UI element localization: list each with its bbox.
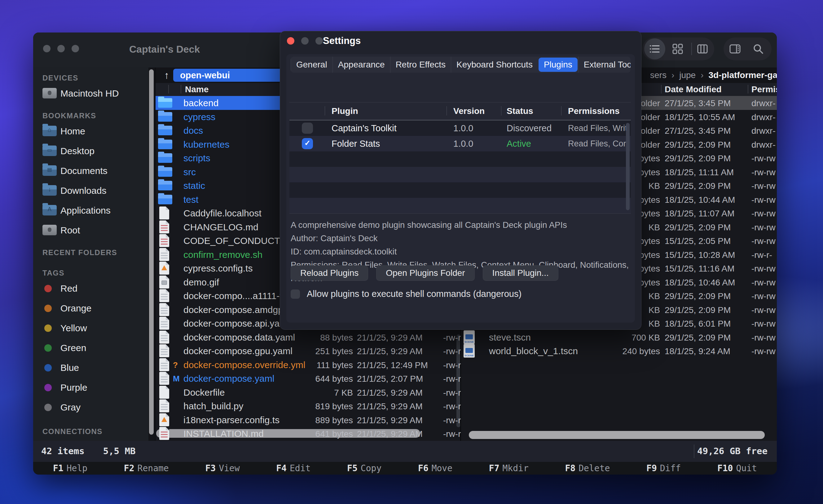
file-icon: [158, 98, 172, 108]
sidebar-item-tag[interactable]: Yellow: [33, 318, 148, 338]
function-key-name: F3: [205, 463, 216, 473]
settings-tab[interactable]: External Tools: [578, 57, 631, 73]
function-key[interactable]: F6Move: [418, 462, 452, 475]
function-key-label: Rename: [138, 463, 169, 473]
sidebar-item-tag[interactable]: Red: [33, 279, 148, 298]
file-permissions: -rw-rw: [752, 223, 776, 233]
file-row[interactable]: M docker-compose.yaml 644 bytes 21/1/25,…: [156, 371, 461, 386]
date-modified-column-header[interactable]: Date Modified: [665, 84, 722, 94]
file-permissions: -rw-r-: [443, 388, 461, 398]
breadcrumb-item[interactable]: 3d-platformer-game: [709, 70, 777, 80]
file-icon: [158, 140, 172, 149]
plugin-name: Folder Stats: [332, 139, 380, 149]
file-name: static: [183, 181, 205, 191]
function-key[interactable]: F7Mkdir: [489, 462, 529, 475]
sidebar-item-tag[interactable]: Blue: [33, 358, 148, 378]
right-pane-horizontal-scrollbar[interactable]: [469, 431, 765, 439]
settings-tab[interactable]: General: [291, 57, 332, 73]
plugin-table-scrollbar[interactable]: [626, 123, 630, 210]
file-icon: [159, 275, 169, 288]
function-key[interactable]: F2Rename: [124, 462, 169, 475]
permissions-column-header[interactable]: Permissions: [568, 106, 620, 116]
zoom-button[interactable]: [71, 45, 79, 52]
plugin-action-button[interactable]: Reload Plugins: [291, 265, 368, 281]
dialog-zoom-button[interactable]: [315, 37, 323, 45]
folder-icon: [42, 205, 57, 216]
dialog-minimize-button[interactable]: [301, 37, 309, 45]
columns-view-icon[interactable]: [697, 43, 708, 54]
breadcrumb-item[interactable]: jupe: [679, 70, 708, 80]
sidebar-scrollbar[interactable]: [149, 69, 154, 435]
function-key[interactable]: F9Diff: [646, 462, 681, 475]
plugin-enabled-checkbox[interactable]: [302, 138, 313, 149]
grid-view-icon[interactable]: [672, 43, 683, 54]
sidebar-item-bookmark[interactable]: Applications: [33, 201, 148, 220]
plugin-row[interactable]: Folder Stats 1.0.0 Active Read Files, Co…: [289, 136, 631, 152]
file-row[interactable]: world_block_v_1.tscn 240 bytes 18/1/25, …: [461, 344, 777, 358]
file-date-modified: 21/1/25, 9:29 AM: [357, 416, 423, 425]
version-column-header[interactable]: Version: [453, 106, 485, 116]
close-button[interactable]: [43, 45, 50, 52]
file-date-modified: 15/1/25, 11:16 AM: [665, 264, 734, 274]
file-icon: [159, 220, 169, 233]
selection-size: 5,5 MB: [103, 446, 136, 456]
settings-tab[interactable]: Retro Effects: [390, 57, 451, 73]
function-key[interactable]: F8Delete: [565, 462, 610, 475]
file-name: CODE_OF_CONDUCT.md: [183, 236, 294, 246]
function-key-name: F10: [717, 463, 733, 473]
sidebar-item-bookmark[interactable]: Desktop: [33, 141, 148, 161]
sidebar-item-bookmark[interactable]: Documents: [33, 161, 148, 181]
function-key[interactable]: F10Quit: [717, 462, 757, 475]
file-row[interactable]: ? docker-compose.override.yml 111 bytes …: [156, 358, 461, 372]
file-row[interactable]: docker-compose.gpu.yaml 251 bytes 21/1/2…: [156, 344, 461, 358]
file-size: 644 bytes: [261, 374, 353, 384]
list-view-icon[interactable]: [649, 43, 660, 54]
plugin-enabled-checkbox[interactable]: [302, 122, 313, 134]
file-date-modified: 18/1/25, 10:46 AM: [665, 278, 735, 288]
function-key[interactable]: F5Copy: [347, 462, 381, 475]
sidebar-item-bookmark[interactable]: Home: [33, 121, 148, 141]
shell-permission-checkbox[interactable]: [291, 289, 300, 299]
sidebar-item-tag[interactable]: Purple: [33, 378, 148, 398]
function-key[interactable]: F4Edit: [276, 462, 311, 475]
settings-tab[interactable]: Appearance: [332, 57, 390, 73]
file-row[interactable]: docker-compose.data.yaml 88 bytes 21/1/2…: [156, 330, 461, 344]
sidebar-item-bookmark[interactable]: Root: [33, 220, 148, 240]
plugin-row[interactable]: Captain's Toolkit 1.0.0 Discovered Read …: [289, 120, 631, 136]
sidebar-item-tag[interactable]: Gray: [33, 398, 148, 417]
status-column-header[interactable]: Status: [507, 106, 533, 116]
file-permissions: -rw-rw: [752, 264, 776, 274]
file-row[interactable]: i18next-parser.config.ts 889 bytes 21/1/…: [156, 413, 461, 427]
settings-tab[interactable]: Plugins: [538, 58, 578, 72]
sidebar-item-device[interactable]: Macintosh HD: [33, 83, 148, 103]
dialog-close-button[interactable]: [287, 37, 294, 45]
file-row[interactable]: steve.tscn 700 KB 29/1/25, 2:09 PM -rw-r…: [461, 330, 777, 344]
tag-label: Red: [60, 283, 77, 294]
function-key-label: Edit: [290, 463, 311, 473]
plugin-action-button[interactable]: Install Plugin...: [483, 265, 558, 281]
minimize-button[interactable]: [57, 45, 65, 52]
sidebar-item-bookmark[interactable]: Downloads: [33, 181, 148, 201]
sidebar-section-connections: CONNECTIONS: [33, 426, 148, 437]
sidebar-item-label: Home: [60, 126, 85, 137]
file-icon: [159, 317, 169, 330]
column-divider: [168, 85, 169, 93]
sidebar-item-tag[interactable]: Orange: [33, 298, 148, 318]
preview-panel-icon[interactable]: [729, 43, 740, 54]
file-size: 819 bytes: [261, 402, 353, 412]
toolbar-divider: [691, 43, 692, 55]
function-key[interactable]: F1Help: [53, 462, 88, 475]
sidebar-item-tag[interactable]: Green: [33, 338, 148, 358]
plugin-column-header[interactable]: Plugin: [332, 106, 358, 116]
search-icon[interactable]: [753, 43, 764, 54]
go-up-icon[interactable]: ↑: [161, 69, 173, 81]
file-row[interactable]: INSTALLATION.md 641 bytes 21/1/25, 9:29 …: [156, 427, 461, 441]
breadcrumb-item[interactable]: sers: [650, 70, 679, 80]
file-row[interactable]: hatch_build.py 819 bytes 21/1/25, 9:29 A…: [156, 399, 461, 413]
file-row[interactable]: Dockerfile 7 KB 21/1/25, 9:29 AM -rw-r-: [156, 386, 461, 399]
permissions-column-header[interactable]: Permissions: [752, 84, 777, 94]
function-key[interactable]: F3View: [205, 462, 239, 475]
settings-tab[interactable]: Keyboard Shortcuts: [451, 57, 538, 73]
name-column-header[interactable]: Name: [185, 84, 208, 94]
plugin-action-button[interactable]: Open Plugins Folder: [376, 265, 474, 281]
